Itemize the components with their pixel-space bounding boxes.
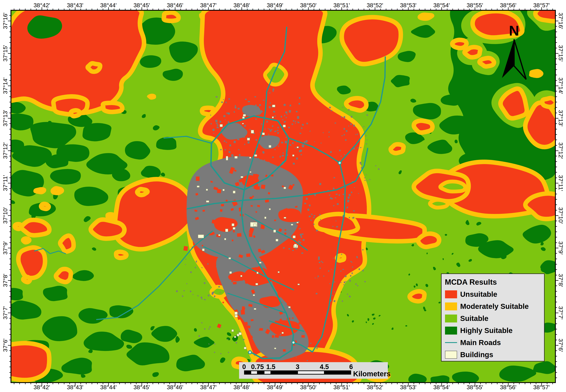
axis-label: 38°49' <box>267 2 283 9</box>
axis-label: 37°14' <box>2 77 9 94</box>
tick-mark <box>555 340 557 340</box>
axis-label: 37°8' <box>557 274 564 287</box>
tick-mark <box>555 302 557 302</box>
tick-mark <box>180 9 181 11</box>
tick-mark <box>330 9 331 11</box>
legend-swatch <box>445 315 457 322</box>
tick-mark <box>555 58 557 59</box>
tick-mark <box>430 382 431 384</box>
tick-mark <box>555 140 557 140</box>
tick-mark <box>555 134 557 135</box>
tick-mark <box>9 264 11 265</box>
tick-mark <box>486 9 486 11</box>
tick-mark <box>9 188 11 189</box>
tick-mark <box>203 9 203 11</box>
tick-mark <box>97 382 98 384</box>
axis-label: 37°6' <box>557 339 564 352</box>
tick-mark <box>453 382 453 384</box>
tick-mark <box>9 291 11 292</box>
tick-mark <box>164 9 164 11</box>
tick-mark <box>9 48 11 48</box>
legend-item-label: Main Roads <box>460 338 501 347</box>
tick-mark <box>386 382 386 384</box>
north-letter: N <box>509 23 519 39</box>
tick-mark <box>53 382 53 384</box>
tick-mark <box>58 382 59 384</box>
tick-mark <box>530 9 531 11</box>
tick-mark <box>555 291 557 292</box>
axis-label: 38°48' <box>233 2 250 9</box>
axis-label: 38°53' <box>400 2 417 9</box>
tick-mark <box>225 9 226 11</box>
tick-mark <box>92 382 92 384</box>
tick-mark <box>364 382 364 384</box>
tick-mark <box>9 226 11 227</box>
tick-mark <box>9 302 11 302</box>
tick-mark <box>555 64 557 65</box>
legend-swatch <box>445 327 457 335</box>
tick-mark <box>9 350 11 351</box>
tick-mark <box>353 9 353 11</box>
axis-label: 37°13' <box>2 110 9 126</box>
tick-mark <box>9 178 11 178</box>
scalebar-tick-label: 0 <box>242 363 246 371</box>
tick-mark <box>486 382 486 384</box>
tick-mark <box>555 123 557 124</box>
tick-mark <box>555 32 557 32</box>
tick-mark <box>519 382 520 384</box>
legend-item-label: Buildings <box>460 350 493 359</box>
axis-label: 38°42' <box>33 384 50 391</box>
tick-mark <box>555 172 557 172</box>
tick-mark <box>19 382 20 384</box>
axis-label: 37°12' <box>557 142 564 159</box>
tick-mark <box>119 382 120 384</box>
legend-swatch <box>445 302 457 310</box>
legend-item-main-roads: Main Roads <box>441 337 544 349</box>
tick-mark <box>555 188 557 189</box>
tick-mark <box>158 382 159 384</box>
tick-mark <box>358 9 359 11</box>
tick-mark <box>491 382 492 384</box>
tick-mark <box>419 9 420 11</box>
legend-item-buildings: Buildings <box>441 349 544 361</box>
axis-label: 38°55' <box>467 384 483 391</box>
tick-mark <box>555 26 557 27</box>
tick-mark <box>147 9 148 11</box>
axis-label: 37°11' <box>2 175 9 191</box>
tick-mark <box>397 9 397 11</box>
tick-mark <box>9 253 11 254</box>
tick-mark <box>319 9 320 11</box>
tick-mark <box>236 9 237 11</box>
tick-mark <box>286 9 286 11</box>
tick-mark <box>9 356 11 356</box>
axis-label: 37°16' <box>557 13 564 29</box>
legend-item-suitable: Suitable <box>441 312 544 324</box>
tick-mark <box>214 9 214 11</box>
tick-mark <box>280 9 281 11</box>
tick-mark <box>555 15 557 16</box>
tick-mark <box>555 42 557 43</box>
tick-mark <box>253 9 253 11</box>
tick-mark <box>9 123 11 124</box>
tick-mark <box>253 382 253 384</box>
tick-mark <box>9 334 11 335</box>
tick-mark <box>430 9 431 11</box>
tick-mark <box>458 382 459 384</box>
axis-label: 38°43' <box>67 384 83 391</box>
tick-mark <box>269 9 270 11</box>
tick-mark <box>555 259 557 259</box>
tick-mark <box>47 9 48 11</box>
tick-mark <box>9 64 11 65</box>
tick-mark <box>555 356 557 356</box>
axis-label: 38°48' <box>233 384 250 391</box>
tick-mark <box>130 382 131 384</box>
legend-item-highly-suitable: Highly Suitable <box>441 324 544 337</box>
tick-mark <box>9 232 11 232</box>
tick-mark <box>247 9 248 11</box>
tick-mark <box>555 37 557 37</box>
tick-mark <box>219 9 220 11</box>
tick-mark <box>555 178 557 178</box>
tick-mark <box>555 107 557 108</box>
axis-label: 38°44' <box>100 384 117 391</box>
tick-mark <box>547 9 547 11</box>
